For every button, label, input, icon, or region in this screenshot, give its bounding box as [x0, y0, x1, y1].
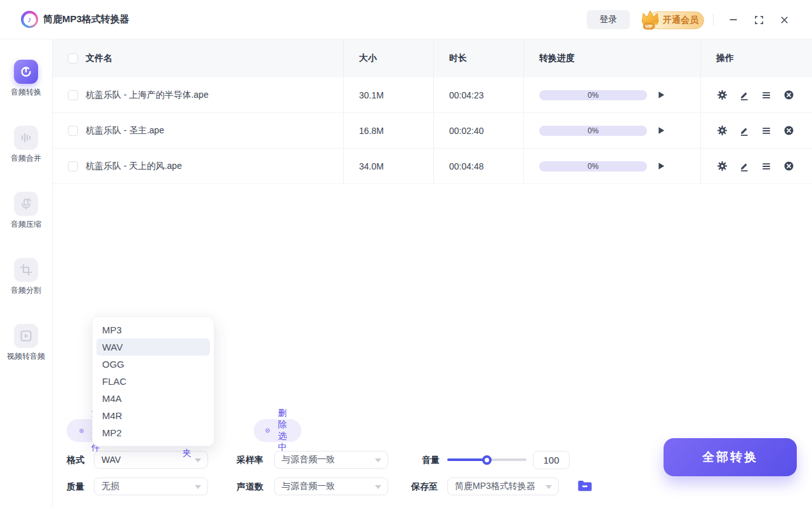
- table-header: 文件名 大小 时长 转换进度 操作: [53, 39, 812, 77]
- sidebar-label: 音频合并: [11, 153, 41, 164]
- save-to-value: 简鹿MP3格式转换器: [455, 481, 535, 492]
- maximize-button[interactable]: [750, 11, 768, 29]
- file-duration: 00:04:23: [433, 77, 523, 112]
- remove-file-button[interactable]: [783, 90, 794, 101]
- format-label: 格式: [67, 451, 84, 469]
- progress-value: 0%: [587, 162, 598, 171]
- vip-crown-icon: VIP: [638, 8, 662, 33]
- remove-file-button[interactable]: [783, 125, 794, 137]
- volume-slider-handle[interactable]: [482, 455, 492, 465]
- convert-all-button[interactable]: 全部转换: [664, 438, 797, 476]
- sidebar-label: 视频转音频: [7, 351, 45, 362]
- menu-item-flac[interactable]: FLAC: [96, 373, 210, 390]
- folder-icon: [577, 478, 593, 493]
- title-bar: 简鹿MP3格式转换器 登录 VIP 开通会员: [0, 0, 812, 39]
- progress-bar: 0%: [539, 126, 647, 136]
- file-duration: 00:02:40: [433, 113, 523, 148]
- circle-x-icon: [783, 90, 794, 100]
- progress-value: 0%: [587, 91, 598, 100]
- sample-rate-select[interactable]: 与源音频一致: [274, 451, 388, 469]
- circle-x-icon: [783, 125, 794, 136]
- edit-button[interactable]: [738, 90, 750, 101]
- vip-label: 开通会员: [663, 15, 698, 26]
- row-checkbox[interactable]: [68, 161, 78, 171]
- menu-item-m4a[interactable]: M4A: [96, 390, 210, 407]
- audio-merge-icon: [14, 126, 38, 150]
- sidebar-item-audio-merge[interactable]: 音频合并: [0, 126, 53, 164]
- row-checkbox[interactable]: [68, 90, 78, 100]
- channels-select[interactable]: 与源音频一致: [274, 478, 388, 495]
- app-logo-icon: [21, 11, 38, 28]
- chevron-down-icon: [375, 485, 381, 489]
- play-button[interactable]: [656, 90, 666, 100]
- maximize-icon: [754, 15, 764, 25]
- sample-rate-label: 采样率: [237, 451, 263, 469]
- channels-value: 与源音频一致: [282, 481, 335, 492]
- table-row: 杭盖乐队 - 天上的风.ape 34.0M 00:04:48 0%: [53, 149, 812, 184]
- sidebar-item-audio-compress[interactable]: 音频压缩: [0, 192, 53, 230]
- play-button[interactable]: [656, 161, 666, 171]
- vip-upgrade-button[interactable]: VIP 开通会员: [638, 8, 704, 32]
- chevron-down-icon: [195, 458, 201, 462]
- remove-file-button[interactable]: [783, 161, 794, 172]
- sidebar-item-video-to-audio[interactable]: 视频转音频: [0, 324, 53, 362]
- login-button[interactable]: 登录: [587, 10, 630, 29]
- gear-icon: [717, 90, 728, 100]
- play-button[interactable]: [656, 126, 666, 136]
- edit-button[interactable]: [738, 125, 750, 137]
- file-size: 34.0M: [343, 149, 433, 184]
- volume-input[interactable]: [533, 451, 570, 469]
- channels-label: 声道数: [237, 478, 263, 495]
- edit-pencil-icon: [739, 161, 749, 171]
- detail-menu-button[interactable]: [761, 90, 772, 101]
- quality-select[interactable]: 无损: [94, 478, 208, 495]
- save-to-select[interactable]: 简鹿MP3格式转换器: [447, 478, 559, 495]
- close-button[interactable]: [775, 11, 793, 29]
- file-size: 30.1M: [343, 77, 433, 112]
- file-name: 杭盖乐队 - 上海产的半导体.ape: [86, 90, 209, 101]
- gear-icon: [717, 161, 728, 171]
- circle-x-icon: [783, 161, 794, 171]
- browse-folder-button[interactable]: [576, 478, 594, 495]
- menu-item-mp3[interactable]: MP3: [96, 321, 210, 338]
- menu-item-wav[interactable]: WAV: [96, 338, 210, 356]
- edit-button[interactable]: [738, 161, 750, 172]
- hamburger-icon: [761, 126, 771, 136]
- menu-item-mp2[interactable]: MP2: [96, 424, 210, 441]
- sidebar-item-audio-convert[interactable]: 音频转换: [0, 60, 53, 98]
- play-icon: [657, 126, 666, 135]
- settings-button[interactable]: [716, 90, 728, 101]
- column-header-actions: 操作: [700, 39, 812, 77]
- sidebar-item-audio-split[interactable]: 音频分割: [0, 258, 53, 296]
- play-icon: [657, 90, 666, 100]
- settings-button[interactable]: [716, 125, 728, 137]
- select-all-checkbox[interactable]: [68, 53, 78, 64]
- main-panel: 文件名 大小 时长 转换进度 操作 杭盖乐队 - 上海产的半导体.ape 30.…: [53, 39, 812, 508]
- format-dropdown-menu: MP3 WAV OGG FLAC M4A M4R MP2: [92, 316, 214, 446]
- delete-selected-button[interactable]: 删除选中: [254, 419, 301, 442]
- volume-slider[interactable]: [447, 458, 527, 461]
- edit-pencil-icon: [739, 126, 749, 136]
- menu-item-ogg[interactable]: OGG: [96, 356, 210, 373]
- file-duration: 00:04:48: [433, 149, 523, 184]
- minimize-button[interactable]: [724, 11, 742, 29]
- save-to-label: 保存至: [411, 478, 438, 495]
- row-checkbox[interactable]: [68, 126, 78, 136]
- settings-button[interactable]: [716, 161, 728, 172]
- hamburger-icon: [761, 90, 771, 100]
- quality-label: 质量: [67, 478, 84, 495]
- play-icon: [657, 161, 666, 171]
- chevron-down-icon: [546, 485, 552, 489]
- volume-label: 音量: [422, 451, 440, 469]
- column-header-progress: 转换进度: [523, 39, 700, 77]
- edit-pencil-icon: [739, 90, 749, 100]
- audio-compress-icon: [14, 192, 38, 216]
- progress-bar: 0%: [539, 90, 647, 100]
- column-header-size: 大小: [343, 39, 433, 77]
- menu-item-m4r[interactable]: M4R: [96, 407, 210, 424]
- format-value: WAV: [102, 455, 121, 465]
- detail-menu-button[interactable]: [761, 161, 772, 172]
- detail-menu-button[interactable]: [761, 125, 772, 137]
- progress-value: 0%: [587, 126, 598, 135]
- close-icon: [780, 15, 789, 25]
